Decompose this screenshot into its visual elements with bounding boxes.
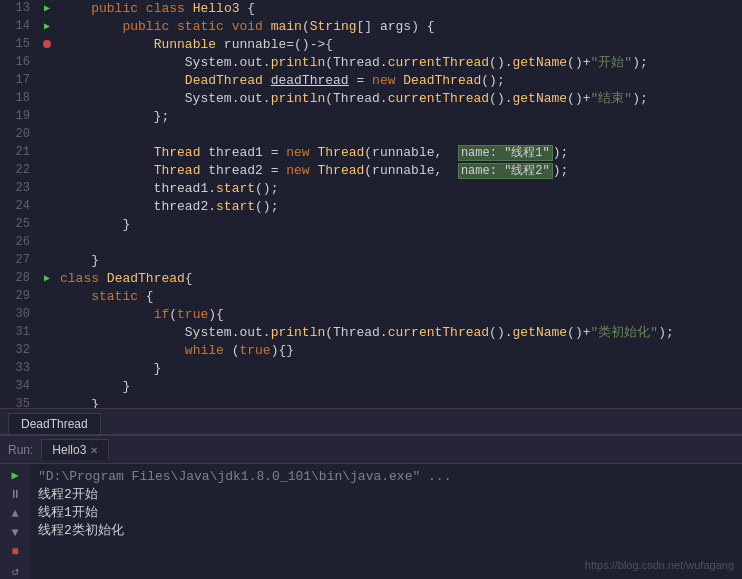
code-line: } <box>56 252 742 270</box>
code-line: Thread thread2 = new Thread(runnable, na… <box>56 162 742 180</box>
output-line: 线程2开始 <box>38 486 734 504</box>
gutter <box>38 36 56 54</box>
code-container[interactable]: 13▶ public class Hello3 {14▶ public stat… <box>0 0 742 408</box>
run-tab-hello3[interactable]: Hello3 ✕ <box>41 439 109 460</box>
code-line: class DeadThread{ <box>56 270 742 288</box>
line-number: 15 <box>0 36 38 54</box>
run-tab-name: Hello3 <box>52 443 86 457</box>
code-line: thread2.start(); <box>56 198 742 216</box>
line-number: 17 <box>0 72 38 90</box>
editor-area: 13▶ public class Hello3 {14▶ public stat… <box>0 0 742 408</box>
gutter <box>38 252 56 270</box>
line-number: 18 <box>0 90 38 108</box>
line-number: 30 <box>0 306 38 324</box>
run-tab-close-icon[interactable]: ✕ <box>90 445 98 456</box>
code-line: public static void main(String[] args) { <box>56 18 742 36</box>
code-line: DeadThread deadThread = new DeadThread()… <box>56 72 742 90</box>
watermark: https://blog.csdn.net/wufagang <box>585 559 734 571</box>
gutter <box>38 180 56 198</box>
gutter: ▶ <box>38 270 56 288</box>
output-line: 线程1开始 <box>38 504 734 522</box>
arrow-icon: ▶ <box>44 3 50 14</box>
run-output: "D:\Program Files\Java\jdk1.8.0_101\bin\… <box>30 464 742 544</box>
output-line: "D:\Program Files\Java\jdk1.8.0_101\bin\… <box>38 468 734 486</box>
code-line: } <box>56 396 742 408</box>
line-number: 20 <box>0 126 38 144</box>
run-up-button[interactable]: ▲ <box>5 506 25 521</box>
run-tabs-bar: Run: Hello3 ✕ <box>0 436 742 464</box>
gutter: ▶ <box>38 18 56 36</box>
gutter <box>38 90 56 108</box>
code-line: public class Hello3 { <box>56 0 742 18</box>
gutter <box>38 162 56 180</box>
code-line: } <box>56 360 742 378</box>
code-line: static { <box>56 288 742 306</box>
code-line: if(true){ <box>56 306 742 324</box>
debug-dot[interactable] <box>43 40 51 48</box>
file-tab-bar: DeadThread <box>0 408 742 434</box>
gutter <box>38 126 56 144</box>
gutter <box>38 324 56 342</box>
gutter <box>38 144 56 162</box>
run-panel: Run: Hello3 ✕ ▶ ⏸ ▲ ▼ ■ ↺ "D:\Program Fi… <box>0 434 742 579</box>
code-line: Thread thread1 = new Thread(runnable, na… <box>56 144 742 162</box>
line-number: 29 <box>0 288 38 306</box>
line-number: 13 <box>0 0 38 18</box>
run-output-wrapper: "D:\Program Files\Java\jdk1.8.0_101\bin\… <box>30 464 742 579</box>
code-line <box>56 234 742 252</box>
run-pause-button[interactable]: ⏸ <box>5 487 25 502</box>
gutter <box>38 108 56 126</box>
gutter <box>38 54 56 72</box>
line-number: 32 <box>0 342 38 360</box>
code-table: 13▶ public class Hello3 {14▶ public stat… <box>0 0 742 408</box>
gutter <box>38 72 56 90</box>
run-rerun-button[interactable]: ↺ <box>5 564 25 579</box>
line-number: 28 <box>0 270 38 288</box>
gutter: ▶ <box>38 0 56 18</box>
line-number: 35 <box>0 396 38 408</box>
line-number: 19 <box>0 108 38 126</box>
line-number: 22 <box>0 162 38 180</box>
line-number: 25 <box>0 216 38 234</box>
run-down-button[interactable]: ▼ <box>5 526 25 541</box>
run-sidebar: ▶ ⏸ ▲ ▼ ■ ↺ <box>0 464 30 579</box>
gutter <box>38 198 56 216</box>
code-line: }; <box>56 108 742 126</box>
gutter <box>38 378 56 396</box>
code-line <box>56 126 742 144</box>
gutter <box>38 342 56 360</box>
line-number: 14 <box>0 18 38 36</box>
line-number: 34 <box>0 378 38 396</box>
deadthread-tab[interactable]: DeadThread <box>8 413 101 434</box>
output-line: 线程2类初始化 <box>38 522 734 540</box>
gutter <box>38 396 56 408</box>
gutter <box>38 234 56 252</box>
code-line: } <box>56 216 742 234</box>
run-content: ▶ ⏸ ▲ ▼ ■ ↺ "D:\Program Files\Java\jdk1.… <box>0 464 742 579</box>
line-number: 24 <box>0 198 38 216</box>
code-line: System.out.println(Thread.currentThread(… <box>56 90 742 108</box>
gutter <box>38 288 56 306</box>
code-line: System.out.println(Thread.currentThread(… <box>56 324 742 342</box>
gutter <box>38 306 56 324</box>
arrow-icon: ▶ <box>44 21 50 32</box>
line-number: 26 <box>0 234 38 252</box>
run-resume-button[interactable]: ▶ <box>5 468 25 483</box>
arrow-icon: ▶ <box>44 273 50 284</box>
code-line: thread1.start(); <box>56 180 742 198</box>
run-stop-button[interactable]: ■ <box>5 545 25 560</box>
line-number: 23 <box>0 180 38 198</box>
code-line: } <box>56 378 742 396</box>
code-line: System.out.println(Thread.currentThread(… <box>56 54 742 72</box>
line-number: 31 <box>0 324 38 342</box>
line-number: 27 <box>0 252 38 270</box>
line-number: 16 <box>0 54 38 72</box>
gutter <box>38 216 56 234</box>
code-line: Runnable runnable=()->{ <box>56 36 742 54</box>
line-number: 33 <box>0 360 38 378</box>
code-line: while (true){} <box>56 342 742 360</box>
gutter <box>38 360 56 378</box>
run-label: Run: <box>8 443 33 457</box>
line-number: 21 <box>0 144 38 162</box>
